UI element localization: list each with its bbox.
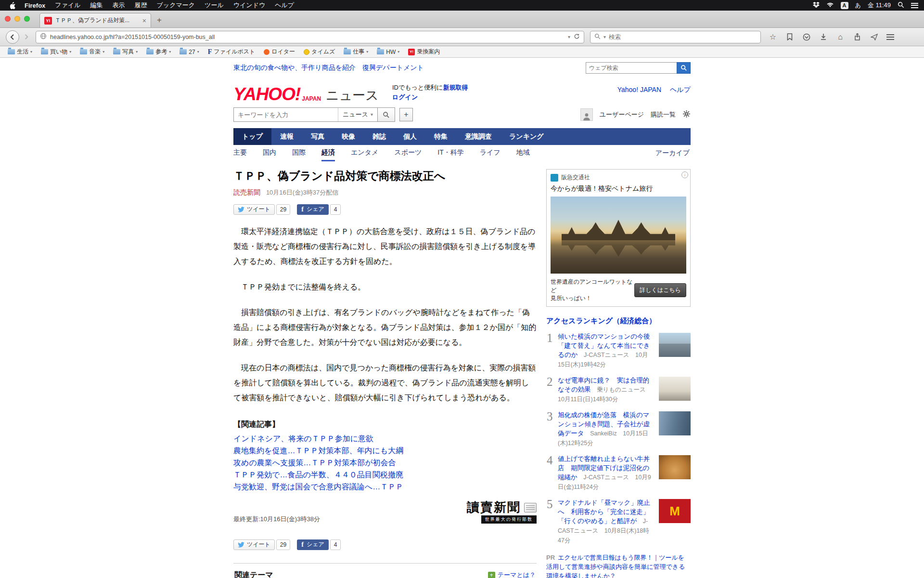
bookmark-folder-hw[interactable]: HW▾ xyxy=(377,49,399,55)
help-link[interactable]: ヘルプ xyxy=(670,86,691,94)
pocket-icon[interactable] xyxy=(802,33,811,41)
tweet-count[interactable]: 29 xyxy=(276,539,290,550)
menu-icon[interactable] xyxy=(886,34,894,40)
subnav-sports[interactable]: スポーツ xyxy=(394,145,422,161)
share-count[interactable]: 4 xyxy=(330,539,341,550)
login-link[interactable]: ログイン xyxy=(392,93,418,101)
user-avatar-icon[interactable] xyxy=(580,108,593,121)
input-source-latin-badge[interactable]: A xyxy=(841,2,848,9)
news-search-button[interactable] xyxy=(378,107,395,122)
bookmark-folder-reference[interactable]: 参考▾ xyxy=(146,48,171,56)
bookmark-transit[interactable]: Y!乗換案内 xyxy=(408,48,440,56)
reload-icon[interactable] xyxy=(574,33,580,41)
nav-ranking[interactable]: ランキング xyxy=(500,128,552,145)
subscription-list-link[interactable]: 購読一覧 xyxy=(651,110,676,119)
site-identity-icon[interactable] xyxy=(40,33,47,41)
downloads-icon[interactable] xyxy=(819,33,828,40)
nav-video[interactable]: 映像 xyxy=(333,128,364,145)
bookmark-filepost[interactable]: Fファイルポスト xyxy=(208,48,256,56)
nav-feature[interactable]: 特集 xyxy=(425,128,456,145)
ranking-thumbnail[interactable] xyxy=(659,411,691,435)
ranking-thumbnail[interactable] xyxy=(659,377,691,401)
share-icon[interactable] xyxy=(853,33,861,40)
promo-link[interactable]: 東北の旬の食べ物や、手作り商品を紹介 復興デパートメント xyxy=(233,64,424,72)
menubar-item-tools[interactable]: ツール xyxy=(200,1,229,10)
related-link[interactable]: 攻めの農業へ支援策…ＴＰＰ対策本部が初会合 xyxy=(233,457,537,469)
tweet-count[interactable]: 29 xyxy=(276,204,290,215)
notification-center-icon[interactable] xyxy=(911,3,918,8)
add-search-button[interactable]: + xyxy=(399,108,413,121)
subnav-world[interactable]: 国際 xyxy=(292,145,306,161)
nav-magazine[interactable]: 雑誌 xyxy=(364,128,395,145)
spotlight-icon[interactable] xyxy=(898,1,904,10)
yahoo-japan-logo[interactable]: YAHOO! JAPAN xyxy=(233,86,321,102)
subnav-it-science[interactable]: IT・科学 xyxy=(437,145,463,161)
apple-menu[interactable] xyxy=(6,2,20,9)
nav-top[interactable]: トップ xyxy=(233,128,271,145)
url-dropdown-icon[interactable]: ▾ xyxy=(568,35,570,39)
bookmarks-panel-icon[interactable] xyxy=(785,33,794,40)
menubar-item-view[interactable]: 表示 xyxy=(108,1,130,10)
ad-title[interactable]: 今からが最適！格安ベトナム旅行 xyxy=(551,184,686,193)
user-page-link[interactable]: ユーザーページ xyxy=(600,110,644,119)
input-source-kana-badge[interactable]: あ xyxy=(855,1,861,10)
home-icon[interactable]: ⌂ xyxy=(836,33,845,41)
subnav-main[interactable]: 主要 xyxy=(233,145,247,161)
menubar-item-bookmarks[interactable]: ブックマーク xyxy=(152,1,200,10)
search-bar[interactable]: ▾ xyxy=(590,31,761,43)
subnav-life[interactable]: ライフ xyxy=(480,145,500,161)
source-link[interactable]: 読売新聞 xyxy=(233,188,260,196)
related-link[interactable]: 与党歓迎、野党は国会で合意内容議論へ…ＴＰＰ xyxy=(233,481,537,493)
ranking-thumbnail[interactable]: M xyxy=(659,499,691,523)
yomiuri-logo[interactable]: 讀賣新聞 世界最大の発行部数 xyxy=(467,501,537,524)
search-input[interactable] xyxy=(609,34,757,40)
yahoo-japan-link[interactable]: Yahoo! JAPAN xyxy=(617,86,661,94)
bookmark-folder-shopping[interactable]: 買い物▾ xyxy=(41,48,71,56)
forward-button[interactable] xyxy=(20,31,32,43)
search-engine-dropdown-icon[interactable]: ▾ xyxy=(603,35,606,39)
facebook-share-button[interactable]: f シェア xyxy=(297,539,329,550)
tweet-button[interactable]: ツイート xyxy=(233,539,275,550)
menubar-item-help[interactable]: ヘルプ xyxy=(270,1,299,10)
related-link[interactable]: ＴＰＰ発効で…食品の半数、４４０品目関税撤廃 xyxy=(233,469,537,481)
url-bar[interactable]: ▾ xyxy=(36,31,584,43)
ranking-thumbnail[interactable] xyxy=(659,333,691,357)
archive-link[interactable]: アーカイブ xyxy=(655,145,690,161)
signup-link[interactable]: 新規取得 xyxy=(443,84,468,91)
menubar-item-edit[interactable]: 編集 xyxy=(86,1,108,10)
nav-photo[interactable]: 写真 xyxy=(302,128,333,145)
menubar-clock[interactable]: 金 11:49 xyxy=(868,1,891,10)
bookmark-star-icon[interactable]: ☆ xyxy=(769,33,777,41)
nav-survey[interactable]: 意識調査 xyxy=(456,128,500,145)
dropbox-icon[interactable] xyxy=(813,1,820,10)
web-search-input[interactable] xyxy=(586,62,677,74)
paper-plane-icon[interactable] xyxy=(870,34,878,40)
search-engine-icon[interactable] xyxy=(594,33,601,41)
window-close-button[interactable] xyxy=(5,16,11,22)
new-tab-button[interactable]: + xyxy=(151,13,167,27)
access-ranking-heading[interactable]: アクセスランキング（経済総合） xyxy=(546,316,691,326)
keyword-input[interactable] xyxy=(234,111,338,118)
wifi-icon[interactable] xyxy=(826,2,834,9)
related-link[interactable]: インドネシア、将来のＴＰＰ参加に意欲 xyxy=(233,433,537,445)
ranking-thumbnail[interactable] xyxy=(659,455,691,479)
subnav-entertainment[interactable]: エンタメ xyxy=(351,145,378,161)
window-zoom-button[interactable] xyxy=(24,16,30,22)
bookmark-folder-27[interactable]: 27▾ xyxy=(180,49,199,55)
related-link[interactable]: 農地集約を促進…ＴＰＰ対策本部、年内にも大綱 xyxy=(233,445,537,457)
web-search-button[interactable] xyxy=(677,62,691,74)
subnav-local[interactable]: 地域 xyxy=(516,145,530,161)
pr-link[interactable]: エクセルで営業日報はもう限界！｜ツールを活用して営業進捗や商談内容を簡単に管理で… xyxy=(546,554,685,578)
menubar-item-window[interactable]: ウインドウ xyxy=(229,1,270,10)
menubar-app-name[interactable]: Firefox xyxy=(20,2,50,9)
tab-close-icon[interactable]: × xyxy=(142,17,146,24)
bookmark-reuters[interactable]: ロイター xyxy=(264,48,295,56)
ad-card[interactable]: i 阪急交通社 今からが最適！格安ベトナム旅行 世界遺産のアンコー xyxy=(546,169,691,307)
nav-personal[interactable]: 個人 xyxy=(395,128,425,145)
bookmark-folder-life[interactable]: 生活▾ xyxy=(8,48,32,56)
ad-cta-button[interactable]: 詳しくはこちら xyxy=(634,283,686,297)
theme-help-link[interactable]: テーマとは？ xyxy=(498,571,536,578)
window-minimize-button[interactable] xyxy=(14,16,20,22)
menubar-item-history[interactable]: 履歴 xyxy=(130,1,152,10)
url-input[interactable] xyxy=(50,34,565,40)
